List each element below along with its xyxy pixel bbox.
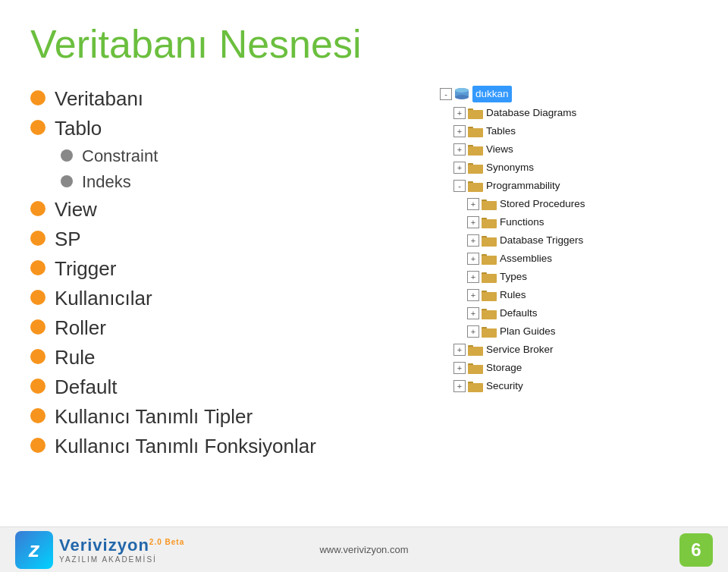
svg-rect-59: [468, 347, 483, 355]
tree-expander[interactable]: +: [467, 289, 479, 301]
folder-icon: [482, 234, 497, 247]
folder-icon: [468, 107, 483, 119]
tree-node-label: Stored Procedures: [500, 196, 585, 212]
right-panel: - dukkan+ Database Diagrams+ Tables+ Vie…: [440, 80, 698, 461]
logo-letter: z: [29, 538, 39, 562]
tree-node: + Stored Procedures: [440, 195, 698, 213]
tree-expander[interactable]: +: [453, 107, 466, 119]
list-item: Rule: [30, 343, 410, 372]
logo-area: z Verivizyon2.0 Beta YAZILIM AKADEMİSİ: [15, 531, 184, 569]
tree-expander[interactable]: -: [453, 180, 466, 192]
logo-name: Verivizyon2.0 Beta: [59, 536, 184, 555]
tree-node: + Database Triggers: [440, 231, 698, 250]
tree-expander[interactable]: +: [453, 143, 466, 156]
tree-node: + Storage: [440, 359, 698, 377]
bullet-icon: [30, 405, 46, 429]
list-item: Trigger: [30, 254, 410, 284]
tree-expander[interactable]: +: [453, 162, 466, 174]
bullet-icon: [30, 117, 46, 140]
list-item: Kullanıcı Tanımlı Tipler: [30, 402, 410, 432]
list-item-label: Roller: [55, 316, 106, 340]
bullet-icon: [30, 316, 46, 340]
bullet-icon: [30, 87, 46, 111]
tree-node-label: Rules: [500, 288, 526, 303]
svg-rect-19: [468, 165, 483, 173]
tree-node: + Types: [440, 268, 698, 286]
list-item: SP: [30, 225, 410, 254]
tree-node: + Rules: [440, 286, 698, 304]
svg-rect-55: [482, 328, 497, 337]
bullet-icon: [30, 435, 46, 458]
list-item-label: Kullanıcılar: [55, 287, 152, 310]
tree-node: - Programmability: [440, 177, 698, 195]
tree-expander[interactable]: +: [467, 198, 479, 210]
list-item: Constraint: [30, 143, 410, 169]
tree-node-label: Service Broker: [486, 342, 554, 357]
list-item-label: View: [55, 198, 97, 222]
folder-icon: [482, 289, 497, 301]
page-number: 6: [679, 533, 713, 567]
folder-icon: [454, 87, 469, 101]
folder-icon: [482, 325, 497, 338]
tree-expander[interactable]: +: [467, 216, 479, 228]
list-item: Indeks: [30, 169, 410, 195]
tree-node: + Functions: [440, 213, 698, 231]
folder-icon: [482, 198, 497, 210]
tree-expander[interactable]: +: [453, 362, 466, 374]
tree-expander[interactable]: -: [440, 88, 452, 100]
tree-expander[interactable]: +: [453, 125, 466, 137]
folder-icon: [482, 216, 497, 228]
tree-node: + Synonyms: [440, 159, 698, 177]
list-item-label: Constraint: [82, 146, 158, 166]
tree-expander[interactable]: +: [467, 325, 479, 338]
list-item: Roller: [30, 313, 410, 343]
folder-icon: [482, 307, 497, 319]
svg-point-2: [455, 95, 469, 99]
tree-node-label: Database Diagrams: [486, 105, 576, 121]
tree-expander[interactable]: +: [467, 253, 479, 265]
list-item: Kullanıcı Tanımlı Fonksiyonlar: [30, 432, 410, 461]
tree-node-label: Storage: [486, 360, 522, 376]
svg-rect-27: [482, 201, 497, 209]
svg-rect-23: [468, 183, 483, 191]
bullet-icon: [30, 287, 46, 310]
list-item-label: Kullanıcı Tanımlı Fonksiyonlar: [55, 435, 316, 458]
bullet-icon: [30, 257, 46, 281]
tree-expander[interactable]: +: [453, 344, 466, 356]
svg-rect-39: [482, 256, 497, 264]
svg-rect-31: [482, 219, 497, 228]
bullet-icon: [61, 172, 73, 192]
bullet-icon: [30, 198, 46, 222]
tree-expander[interactable]: +: [467, 307, 479, 319]
content-area: VeritabanıTabloConstraintIndeksViewSPTri…: [0, 80, 728, 461]
bullet-icon: [30, 228, 46, 251]
tree-node-label: Assemblies: [500, 251, 552, 266]
tree-node: + Defaults: [440, 304, 698, 322]
folder-icon: [468, 344, 483, 356]
tree-node-label: Types: [500, 269, 527, 284]
list-item: View: [30, 195, 410, 225]
tree-node: + Service Broker: [440, 341, 698, 359]
tree-expander[interactable]: +: [453, 380, 466, 392]
tree-node: - dukkan: [440, 84, 698, 104]
folder-icon: [482, 271, 497, 283]
list-item: Tablo: [30, 114, 410, 143]
bullet-list: VeritabanıTabloConstraintIndeksViewSPTri…: [30, 84, 410, 461]
svg-rect-63: [468, 365, 483, 373]
logo-text-area: Verivizyon2.0 Beta YAZILIM AKADEMİSİ: [59, 536, 184, 564]
tree-expander[interactable]: +: [467, 271, 479, 283]
list-item-label: Tablo: [55, 117, 102, 140]
folder-icon: [468, 143, 483, 156]
list-item: Veritabanı: [30, 84, 410, 114]
svg-rect-67: [468, 383, 483, 391]
folder-icon: [468, 362, 483, 374]
tree-node-label: Functions: [500, 215, 544, 230]
tree-node-label: Views: [486, 142, 513, 157]
list-item-label: Trigger: [55, 257, 116, 281]
tree-expander[interactable]: +: [467, 234, 479, 247]
tree-node: + Tables: [440, 122, 698, 140]
tree-node: + Views: [440, 140, 698, 159]
svg-rect-35: [482, 237, 497, 246]
folder-icon: [468, 180, 483, 192]
logo-icon: z: [15, 531, 53, 569]
